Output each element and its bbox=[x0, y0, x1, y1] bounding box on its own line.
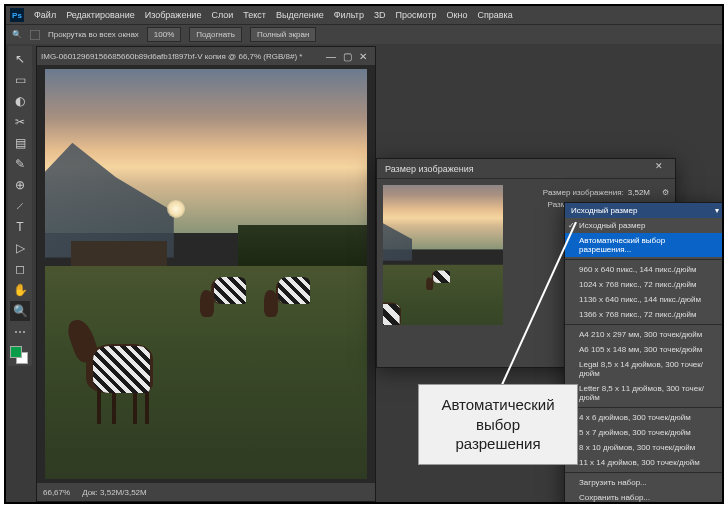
callout-text-1: Автоматический bbox=[429, 395, 567, 415]
status-bar: 66,67% Док: 3,52M/3,52M bbox=[37, 483, 375, 501]
fullscreen-button[interactable]: Полный экран bbox=[250, 27, 316, 42]
image-content bbox=[45, 69, 367, 479]
size-label: Размер изображения: bbox=[543, 188, 624, 197]
dialog-close-button[interactable]: ✕ bbox=[651, 161, 667, 177]
shape-tool[interactable]: ◻ bbox=[10, 259, 30, 279]
move-tool[interactable]: ↖ bbox=[10, 49, 30, 69]
marquee-tool[interactable]: ▭ bbox=[10, 70, 30, 90]
dropdown-separator bbox=[565, 472, 723, 473]
zoom-tool-icon: 🔍 bbox=[12, 30, 22, 39]
workspace: ↖ ▭ ◐ ✂ ▤ ✎ ⊕ ⟋ T ▷ ◻ ✋ 🔍 ⋯ IMG-06012969… bbox=[6, 44, 722, 502]
menu-bar: Ps Файл Редактирование Изображение Слои … bbox=[6, 6, 722, 24]
menu-help[interactable]: Справка bbox=[477, 10, 512, 20]
color-swatches[interactable] bbox=[10, 346, 28, 364]
fit-button[interactable]: Подогнать bbox=[189, 27, 242, 42]
heal-tool[interactable]: ⊕ bbox=[10, 175, 30, 195]
menu-layers[interactable]: Слои bbox=[211, 10, 233, 20]
type-tool[interactable]: T bbox=[10, 217, 30, 237]
dropdown-item[interactable]: Загрузить набор... bbox=[565, 475, 723, 490]
menu-edit[interactable]: Редактирование bbox=[66, 10, 135, 20]
maximize-button[interactable]: ▢ bbox=[339, 49, 355, 63]
dropdown-item[interactable]: 11 x 14 дюймов, 300 точек/дюйм bbox=[565, 455, 723, 470]
menu-view[interactable]: Просмотр bbox=[395, 10, 436, 20]
zoom-tool[interactable]: 🔍 bbox=[10, 301, 30, 321]
fg-color[interactable] bbox=[10, 346, 22, 358]
path-tool[interactable]: ▷ bbox=[10, 238, 30, 258]
document-title: IMG-06012969156685660b89d6afb1f897bf-V к… bbox=[41, 52, 302, 61]
scroll-all-checkbox[interactable] bbox=[30, 30, 40, 40]
zoom-level[interactable]: 66,67% bbox=[43, 488, 70, 497]
lasso-tool[interactable]: ◐ bbox=[10, 91, 30, 111]
doc-info[interactable]: Док: 3,52M/3,52M bbox=[82, 488, 147, 497]
options-bar: 🔍 Прокрутка во всех окнах 100% Подогнать… bbox=[6, 24, 722, 44]
menu-filter[interactable]: Фильтр bbox=[334, 10, 364, 20]
callout-annotation: Автоматический выбор разрешения bbox=[418, 384, 578, 465]
document-titlebar: IMG-06012969156685660b89d6afb1f897bf-V к… bbox=[37, 47, 375, 65]
callout-line bbox=[496, 222, 596, 392]
menu-3d[interactable]: 3D bbox=[374, 10, 386, 20]
menu-window[interactable]: Окно bbox=[447, 10, 468, 20]
dialog-title-text: Размер изображения bbox=[385, 164, 474, 174]
menu-image[interactable]: Изображение bbox=[145, 10, 202, 20]
pen-tool[interactable]: ⟋ bbox=[10, 196, 30, 216]
minimize-button[interactable]: — bbox=[323, 49, 339, 63]
dialog-preview bbox=[383, 185, 503, 325]
dropdown-item[interactable]: 5 x 7 дюймов, 300 точек/дюйм bbox=[565, 425, 723, 440]
svg-line-0 bbox=[501, 222, 576, 387]
more-tools[interactable]: ⋯ bbox=[10, 322, 30, 342]
dropdown-item[interactable]: 4 x 6 дюймов, 300 точек/дюйм bbox=[565, 410, 723, 425]
canvas[interactable] bbox=[45, 69, 367, 479]
size-value: 3,52M bbox=[628, 188, 650, 197]
callout-text-2: выбор bbox=[429, 415, 567, 435]
hand-tool[interactable]: ✋ bbox=[10, 280, 30, 300]
dropdown-item[interactable]: Сохранить набор... bbox=[565, 490, 723, 504]
gear-icon[interactable]: ⚙ bbox=[662, 188, 669, 197]
brush-tool[interactable]: ✎ bbox=[10, 154, 30, 174]
dropdown-separator bbox=[565, 407, 723, 408]
frame-tool[interactable]: ▤ bbox=[10, 133, 30, 153]
tools-panel: ↖ ▭ ◐ ✂ ▤ ✎ ⊕ ⟋ T ▷ ◻ ✋ 🔍 ⋯ bbox=[8, 46, 32, 366]
callout-text-3: разрешения bbox=[429, 434, 567, 454]
close-button[interactable]: ✕ bbox=[355, 49, 371, 63]
dropdown-selected[interactable]: Исходный размер bbox=[565, 203, 723, 218]
menu-file[interactable]: Файл bbox=[34, 10, 56, 20]
document-window: IMG-06012969156685660b89d6afb1f897bf-V к… bbox=[36, 46, 376, 502]
app-logo: Ps bbox=[10, 8, 24, 22]
menu-text[interactable]: Текст bbox=[243, 10, 266, 20]
dropdown-item[interactable]: 8 x 10 дюймов, 300 точек/дюйм bbox=[565, 440, 723, 455]
scroll-all-label: Прокрутка во всех окнах bbox=[48, 30, 139, 39]
crop-tool[interactable]: ✂ bbox=[10, 112, 30, 132]
zoom-100-button[interactable]: 100% bbox=[147, 27, 181, 42]
menu-select[interactable]: Выделение bbox=[276, 10, 324, 20]
dialog-titlebar: Размер изображения ✕ bbox=[377, 159, 675, 179]
